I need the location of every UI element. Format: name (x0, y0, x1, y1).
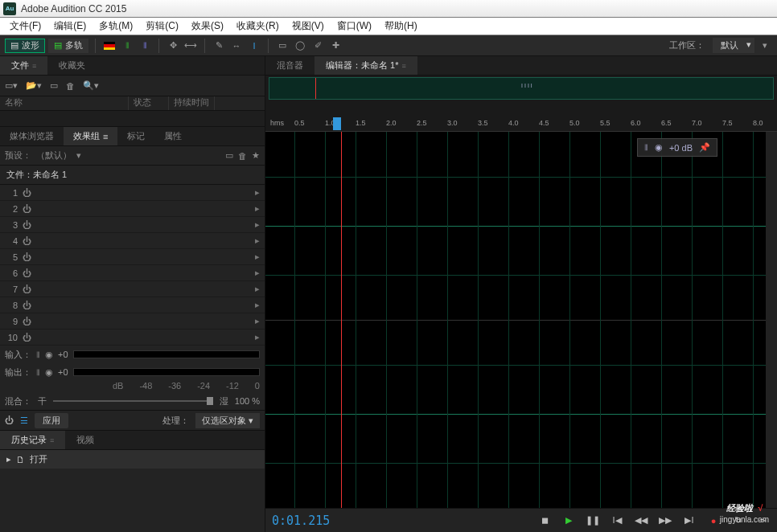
fx-slot[interactable]: 10⏻▸ (0, 329, 265, 346)
mix-slider[interactable] (53, 400, 213, 402)
menu-edit[interactable]: 编辑(E) (47, 19, 92, 33)
tab-markers[interactable]: 标记 (117, 127, 154, 145)
move-tool-icon[interactable]: ✥ (166, 39, 180, 53)
playhead-icon[interactable] (333, 117, 341, 130)
stop-button[interactable]: ◼ (536, 513, 553, 529)
fx-slot[interactable]: 2⏻▸ (0, 201, 265, 217)
multitrack-mode-button[interactable]: ▤ 多轨 (48, 39, 88, 53)
fx-slot[interactable]: 3⏻▸ (0, 217, 265, 233)
power-icon[interactable]: ⏻ (23, 236, 31, 246)
fx-slot[interactable]: 8⏻▸ (0, 297, 265, 313)
chevron-right-icon[interactable]: ▸ (255, 332, 260, 342)
time-ruler[interactable]: hms 0.5 1.0 1.5 2.0 2.5 3.0 3.5 4.0 4.5 … (265, 117, 777, 132)
fit-tool-icon[interactable]: ⟷ (183, 39, 198, 53)
loop-button[interactable]: ↻ (729, 513, 746, 529)
lasso-tool-icon[interactable]: ◯ (293, 39, 307, 53)
overview-strip[interactable]: IIII (269, 77, 774, 100)
menu-clip[interactable]: 剪辑(C) (139, 19, 185, 33)
marquee-tool-icon[interactable]: ▭ (275, 39, 290, 53)
pause-button[interactable]: ❚❚ (584, 513, 602, 529)
open-file-icon[interactable]: 📂▾ (26, 80, 42, 91)
fx-slot[interactable]: 6⏻▸ (0, 265, 265, 281)
menu-multitrack[interactable]: 多轨(M) (92, 19, 139, 33)
go-end-button[interactable]: ▶I (680, 513, 698, 529)
spectral-pitch-icon[interactable]: ⫴ (138, 39, 152, 53)
go-start-button[interactable]: I◀ (608, 513, 626, 529)
favorite-icon[interactable]: ★ (252, 150, 260, 161)
menu-window[interactable]: 窗口(W) (331, 19, 378, 33)
knob-icon[interactable]: ◉ (45, 367, 53, 378)
menu-file[interactable]: 文件(F) (3, 19, 47, 33)
spectral-freq-icon[interactable]: ⫴ (120, 39, 134, 53)
flag-de-icon[interactable] (102, 39, 117, 53)
fx-slot[interactable]: 9⏻▸ (0, 313, 265, 329)
save-preset-icon[interactable]: ▭ (225, 150, 233, 161)
volume-hud[interactable]: ⫴ ◉ +0 dB 📌 (637, 138, 717, 157)
power-icon[interactable]: ⏻ (23, 204, 31, 214)
chevron-right-icon[interactable]: ▸ (255, 219, 260, 230)
col-status[interactable]: 状态 (129, 96, 169, 110)
fx-slot[interactable]: 5⏻▸ (0, 249, 265, 265)
power-icon[interactable]: ⏻ (23, 268, 31, 278)
rewind-button[interactable]: ◀◀ (632, 513, 650, 529)
tab-history[interactable]: 历史记录≡ (0, 431, 65, 449)
menu-favorites[interactable]: 收藏夹(R) (230, 19, 286, 33)
menu-effects[interactable]: 效果(S) (185, 19, 230, 33)
brush-tool-icon[interactable]: ✐ (310, 39, 325, 53)
tab-media-browser[interactable]: 媒体浏览器 (0, 127, 64, 145)
chevron-right-icon[interactable]: ▸ (255, 252, 260, 262)
tab-properties[interactable]: 属性 (154, 127, 191, 145)
power-icon[interactable]: ⏻ (23, 317, 31, 326)
delete-preset-icon[interactable]: 🗑 (238, 151, 247, 161)
process-dropdown[interactable]: 仅选区对象 ▾ (195, 413, 260, 428)
heal-tool-icon[interactable]: ✚ (328, 39, 343, 53)
power-icon[interactable]: ⏻ (23, 301, 31, 310)
col-duration[interactable]: 持续时间 (169, 96, 215, 110)
power-icon[interactable]: ⏻ (23, 252, 31, 262)
chevron-right-icon[interactable]: ▸ (255, 268, 260, 278)
power-icon[interactable]: ⏻ (23, 220, 31, 230)
razor-tool-icon[interactable]: ✎ (212, 39, 226, 53)
tab-favorites[interactable]: 收藏夹 (47, 56, 97, 75)
power-icon[interactable]: ⏻ (5, 415, 14, 425)
workspace-dropdown[interactable]: 默认 (713, 38, 754, 53)
dropdown-icon[interactable]: ▾ (76, 150, 81, 161)
chevron-right-icon[interactable]: ▸ (255, 316, 260, 326)
forward-button[interactable]: ▶▶ (656, 513, 674, 529)
chevron-right-icon[interactable]: ▸ (255, 284, 260, 294)
mix-value[interactable]: 100 % (235, 396, 260, 406)
tab-effects-rack[interactable]: 效果组≡ (64, 127, 117, 145)
pin-icon[interactable]: 📌 (699, 142, 710, 153)
search-icon[interactable]: 🔍▾ (83, 80, 99, 91)
fx-slot[interactable]: 7⏻▸ (0, 281, 265, 297)
panel-menu-icon[interactable]: ▾ (758, 39, 772, 53)
record-icon[interactable]: ▭ (50, 80, 58, 91)
preset-dropdown[interactable]: （默认） (36, 149, 72, 162)
output-value[interactable]: +0 (58, 367, 68, 377)
power-icon[interactable]: ⏻ (23, 284, 31, 294)
fx-slot[interactable]: 1⏻▸ (0, 185, 265, 201)
new-file-icon[interactable]: ▭▾ (5, 80, 18, 91)
history-item[interactable]: ▸ 🗋 打开 (0, 450, 265, 469)
power-icon[interactable]: ⏻ (23, 333, 31, 342)
trash-icon[interactable]: 🗑 (66, 81, 75, 91)
fx-slot[interactable]: 4⏻▸ (0, 233, 265, 249)
tab-mixer[interactable]: 混音器 (265, 56, 314, 75)
chevron-right-icon[interactable]: ▸ (255, 203, 260, 214)
chevron-right-icon[interactable]: ▸ (255, 300, 260, 310)
power-icon[interactable]: ⏻ (23, 188, 31, 198)
knob-icon[interactable]: ◉ (655, 142, 663, 153)
tab-video[interactable]: 视频 (65, 431, 105, 449)
knob-icon[interactable]: ◉ (45, 350, 53, 360)
skip-selection-button[interactable]: ⤼ (753, 513, 771, 529)
apply-button[interactable]: 应用 (35, 413, 68, 428)
vertical-scrollbar[interactable] (766, 132, 777, 508)
hud-db-value[interactable]: +0 dB (669, 143, 693, 153)
play-button[interactable]: ▶ (560, 513, 578, 529)
waveform-display[interactable]: for(let i=0;i<17;i++)document.write('<di… (265, 132, 766, 508)
col-name[interactable]: 名称 (0, 96, 129, 110)
menu-help[interactable]: 帮助(H) (378, 19, 424, 33)
timecode-display[interactable]: 0:01.215 (272, 514, 330, 528)
chevron-right-icon[interactable]: ▸ (255, 235, 260, 246)
waveform-mode-button[interactable]: ▤ 波形 (5, 39, 45, 53)
